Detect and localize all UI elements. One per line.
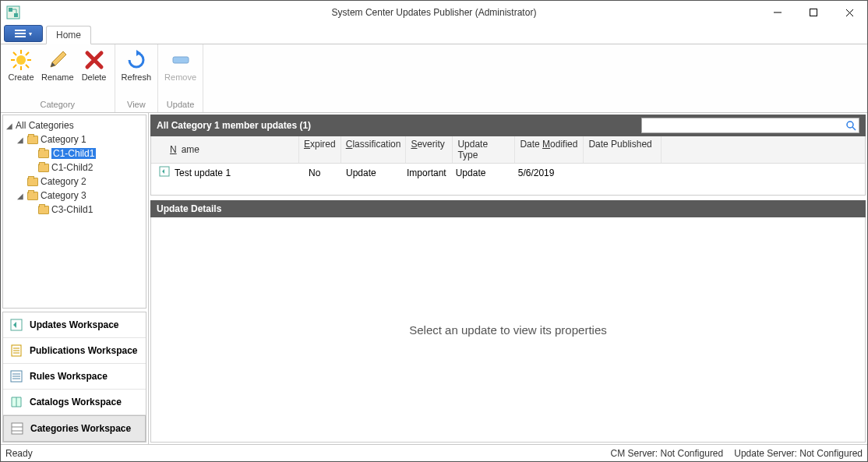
create-label: Create [8, 72, 34, 82]
svg-line-12 [13, 52, 16, 55]
workspace-nav: Updates Workspace Publications Workspace… [2, 312, 146, 443]
search-box[interactable] [641, 118, 859, 133]
tab-home[interactable]: Home [46, 26, 91, 44]
svg-rect-16 [173, 57, 189, 63]
updates-grid: Name Expired Classification Severity Upd… [150, 136, 866, 196]
rename-label: Rename [41, 72, 74, 82]
svg-rect-26 [12, 423, 23, 434]
tree-category-1[interactable]: ◢Category 1 [5, 132, 144, 146]
svg-rect-4 [810, 9, 817, 16]
col-name[interactable]: Name [151, 136, 299, 163]
left-pane: ◢All Categories ◢Category 1 C1-Child1 C1… [1, 113, 149, 444]
col-updatetype[interactable]: Update Type [453, 136, 515, 163]
minimize-button[interactable] [760, 1, 796, 24]
svg-line-15 [13, 65, 16, 68]
folder-icon [26, 192, 39, 200]
categories-icon [10, 421, 24, 436]
remove-label: Remove [164, 72, 196, 82]
details-placeholder: Select an update to view its properties [409, 323, 606, 337]
folder-icon [37, 150, 50, 158]
pencil-icon [45, 48, 70, 72]
category-tree[interactable]: ◢All Categories ◢Category 1 C1-Child1 C1… [2, 115, 146, 309]
window-title: System Center Updates Publisher (Adminis… [1, 7, 867, 18]
cell-datemodified: 5/6/2019 [513, 168, 582, 178]
folder-icon [37, 164, 50, 172]
col-expired[interactable]: Expired [299, 136, 341, 163]
details-header: Update Details [150, 200, 866, 217]
delete-label: Delete [82, 72, 107, 82]
tree-root[interactable]: ◢All Categories [5, 118, 144, 132]
rename-button[interactable]: Rename [38, 46, 77, 83]
x-icon [82, 48, 107, 72]
workspace-rules[interactable]: Rules Workspace [3, 364, 146, 390]
svg-line-30 [852, 127, 856, 130]
status-bar: Ready CM Server: Not Configured Update S… [1, 444, 867, 461]
workspace-categories[interactable]: Categories Workspace [3, 415, 146, 442]
svg-point-29 [847, 122, 853, 128]
delete-button[interactable]: Delete [77, 46, 111, 83]
tree-category-2[interactable]: Category 2 [5, 175, 144, 189]
col-datepublished[interactable]: Date Published [584, 136, 662, 163]
svg-point-7 [16, 55, 26, 65]
maximize-button[interactable] [796, 1, 831, 24]
search-icon[interactable] [843, 120, 859, 131]
create-button[interactable]: Create [4, 46, 38, 83]
tree-category-3[interactable]: ◢Category 3 [5, 189, 144, 203]
grid-header: Name Expired Classification Severity Upd… [151, 136, 865, 164]
tree-c1-child2[interactable]: C1-Child2 [5, 160, 144, 175]
catalogs-icon [9, 395, 23, 409]
ribbon-tabstrip: ▾ Home [1, 24, 867, 44]
right-pane: All Category 1 member updates (1) Name E… [149, 113, 867, 444]
rules-icon [9, 369, 23, 383]
cell-severity: Important [402, 168, 451, 178]
refresh-icon [124, 48, 149, 72]
svg-line-13 [26, 65, 29, 68]
ribbon: Create Rename Delete Category Refresh Vi… [1, 44, 867, 113]
col-classification[interactable]: Classification [341, 136, 407, 163]
file-menu[interactable]: ▾ [4, 25, 43, 42]
search-input[interactable] [642, 120, 843, 131]
tree-c1-child1[interactable]: C1-Child1 [5, 146, 144, 160]
svg-rect-1 [9, 8, 12, 12]
titlebar: System Center Updates Publisher (Adminis… [1, 1, 867, 24]
refresh-label: Refresh [122, 72, 152, 82]
updates-icon [9, 318, 23, 332]
workspace-updates[interactable]: Updates Workspace [3, 312, 146, 338]
remove-button: Remove [161, 46, 199, 83]
cell-updatetype: Update [451, 168, 513, 178]
workspace-catalogs[interactable]: Catalogs Workspace [3, 390, 146, 415]
details-body: Select an update to view its properties [150, 217, 866, 443]
workspace-publications[interactable]: Publications Workspace [3, 338, 146, 364]
col-datemodified[interactable]: Date Modified [515, 136, 584, 163]
refresh-button[interactable]: Refresh [118, 46, 155, 83]
list-header-title: All Category 1 member updates (1) [157, 120, 311, 131]
app-icon [5, 5, 21, 20]
folder-icon [26, 178, 39, 186]
group-title-view: View [118, 98, 155, 111]
folder-icon [37, 206, 50, 214]
cell-name: Test update 1 [175, 168, 231, 178]
list-header-bar: All Category 1 member updates (1) [150, 115, 866, 136]
close-button[interactable] [831, 1, 867, 24]
grid-row[interactable]: Test update 1 No Update Important Update… [151, 164, 865, 182]
publications-icon [9, 344, 23, 358]
remove-icon [168, 48, 193, 72]
ribbon-group-view: Refresh View [115, 44, 159, 112]
main-split: ◢All Categories ◢Category 1 C1-Child1 C1… [1, 113, 867, 444]
tree-c3-child1[interactable]: C3-Child1 [5, 203, 144, 217]
status-cm-server: CM Server: Not Configured [611, 448, 724, 459]
sun-icon [9, 48, 34, 72]
svg-line-14 [26, 52, 29, 55]
ribbon-group-update: Remove Update [158, 44, 203, 112]
cell-expired: No [304, 168, 341, 178]
status-ready: Ready [5, 448, 33, 459]
group-title-update: Update [161, 98, 199, 111]
svg-rect-2 [14, 13, 18, 17]
cell-classification: Update [341, 168, 402, 178]
update-icon [159, 166, 170, 179]
ribbon-group-category: Create Rename Delete Category [1, 44, 115, 112]
group-title-category: Category [4, 98, 111, 111]
folder-icon [26, 136, 39, 144]
status-update-server: Update Server: Not Configured [734, 448, 863, 459]
col-severity[interactable]: Severity [406, 136, 453, 163]
